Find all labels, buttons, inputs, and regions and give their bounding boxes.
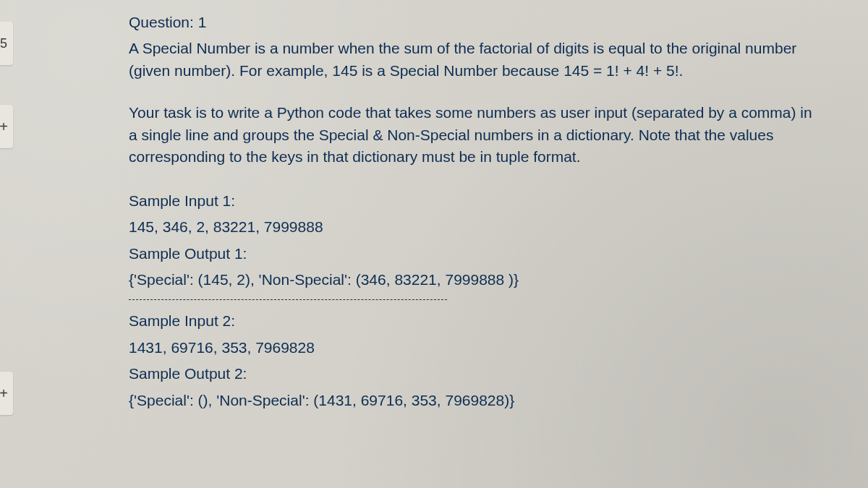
tab-plus-upper[interactable]: +	[0, 105, 13, 148]
sample-input-1-value: 145, 346, 2, 83221, 7999888	[129, 216, 825, 238]
sample-output-2-value: {'Special': (), 'Non-Special': (1431, 69…	[129, 390, 825, 411]
sample-output-2-label: Sample Output 2:	[129, 363, 825, 385]
question-title: Question: 1	[129, 12, 825, 33]
question-description-2: Your task is to write a Python code that…	[129, 102, 825, 168]
sample-input-1-label: Sample Input 1:	[129, 190, 825, 212]
left-sidebar: 5 + +	[0, 0, 22, 488]
sample-input-2-label: Sample Input 2:	[129, 310, 825, 332]
plus-icon: +	[0, 119, 8, 135]
sample-output-1-label: Sample Output 1:	[129, 243, 825, 265]
sample-input-2-value: 1431, 69716, 353, 7969828	[129, 337, 825, 359]
plus-icon: +	[0, 385, 8, 402]
tab-plus-lower[interactable]: +	[0, 372, 13, 415]
question-description-1: A Special Number is a number when the su…	[129, 38, 825, 82]
sample-divider	[129, 299, 447, 300]
tab-five-label: 5	[0, 36, 7, 51]
question-content: Question: 1 A Special Number is a number…	[0, 0, 868, 430]
tab-five[interactable]: 5	[0, 22, 13, 65]
sample-output-1-value: {'Special': (145, 2), 'Non-Special': (34…	[129, 269, 825, 291]
